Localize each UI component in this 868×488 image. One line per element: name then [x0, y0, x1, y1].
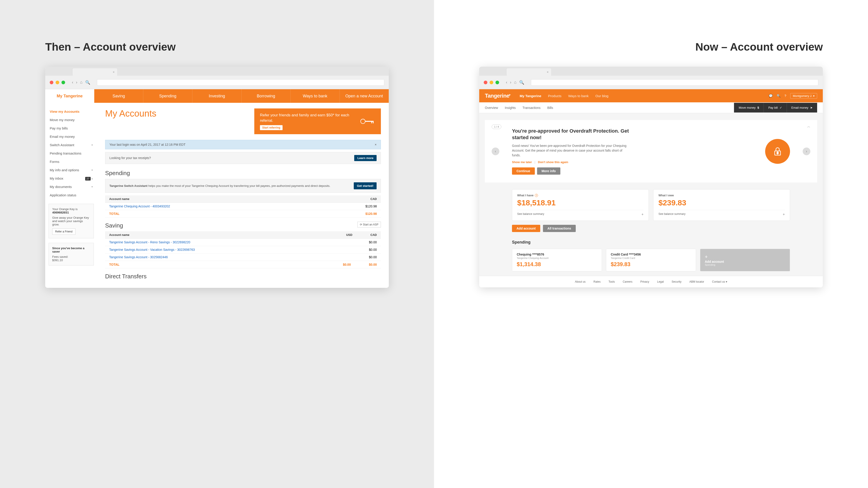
traffic-min-icon[interactable] — [56, 80, 59, 84]
home-icon[interactable]: ⌂ — [514, 80, 517, 85]
nav-ways[interactable]: Ways to bank — [291, 89, 340, 103]
add-spending-account-card[interactable]: + Add account Spending — [700, 249, 790, 271]
info-icon[interactable]: ? — [535, 194, 538, 197]
nav-my-tangerine[interactable]: My Tangerine — [45, 89, 94, 103]
footer-link[interactable]: Contact us ▾ — [712, 280, 727, 283]
side-app-status[interactable]: Application status — [45, 191, 97, 199]
traffic-max-icon[interactable] — [61, 80, 65, 84]
get-started-button[interactable]: Get started! — [354, 182, 377, 190]
balance-summary-link[interactable]: See balance summary+ — [517, 210, 644, 217]
subnav-bills[interactable]: Bills — [547, 106, 553, 109]
side-pending[interactable]: Pending transactions — [45, 149, 97, 158]
footer-link[interactable]: Legal — [657, 280, 664, 283]
continue-button[interactable]: Continue — [512, 167, 535, 175]
subnav-insights[interactable]: Insights — [505, 106, 516, 109]
nav-open[interactable]: Open a new Account — [340, 89, 389, 103]
side-switch-assistant[interactable]: Switch Assistant▾ — [45, 141, 97, 149]
footer-link[interactable]: Careers — [623, 280, 632, 283]
help-icon[interactable]: ? — [784, 94, 786, 98]
carousel-next-button[interactable]: › — [803, 148, 810, 155]
search-icon[interactable]: 🔍 — [85, 80, 90, 85]
traffic-close-icon[interactable] — [484, 80, 487, 84]
footer-link[interactable]: Security — [672, 280, 681, 283]
chat-icon[interactable]: 💬 — [769, 94, 773, 98]
subnav-transactions[interactable]: Transactions — [523, 106, 541, 109]
side-documents[interactable]: My documents▾ — [45, 183, 97, 191]
user-menu[interactable]: Montgomery J. ▾ — [790, 93, 817, 99]
primary-header: Tangerine▸ My Tangerine Products Ways to… — [479, 89, 823, 102]
orange-key-value: 40696826S1 — [52, 211, 90, 214]
table-row[interactable]: Tangerine Savings Account - 3025682446$0… — [105, 254, 381, 261]
chequing-card[interactable]: Chequing ****8576 Tangerine Chequing Acc… — [512, 249, 602, 271]
side-pay-bills[interactable]: Pay my bills — [45, 124, 97, 132]
fees-saved-amount: $391.10 — [52, 258, 90, 262]
table-row[interactable]: Tangerine Savings Account - Reno Savings… — [105, 238, 381, 246]
subnav-overview[interactable]: Overview — [485, 106, 498, 109]
side-email-money[interactable]: Email my money — [45, 132, 97, 141]
nav-spending[interactable]: Spending — [143, 89, 192, 103]
last-login-alert: Your last login was on April 21, 2017 at… — [105, 140, 381, 149]
nav-investing[interactable]: Investing — [192, 89, 241, 103]
move-money-button[interactable]: Move money $ — [734, 103, 764, 112]
close-icon[interactable]: × — [375, 143, 377, 147]
browser-tab[interactable]: × — [506, 68, 552, 76]
side-forms[interactable]: Forms — [45, 158, 97, 166]
tax-receipts-row: Looking for your tax receipts? Learn mor… — [105, 152, 381, 164]
more-info-button[interactable]: More info — [537, 167, 560, 175]
footer-link[interactable]: Tools — [609, 280, 615, 283]
traffic-max-icon[interactable] — [495, 80, 499, 84]
back-icon[interactable]: ‹ — [506, 80, 507, 85]
search-icon[interactable]: 🔍 — [777, 94, 780, 98]
start-referring-button[interactable]: Start referring — [260, 125, 283, 130]
footer-link[interactable]: About us — [575, 280, 585, 283]
carousel-prev-button[interactable]: ‹ — [492, 148, 499, 155]
referral-promo: Refer your friends and family and earn $… — [254, 108, 381, 134]
svg-text:$: $ — [777, 151, 778, 155]
learn-more-button[interactable]: Learn more — [354, 155, 377, 161]
owe-amount: $239.83 — [658, 198, 785, 207]
address-bar[interactable] — [97, 79, 384, 86]
address-bar[interactable] — [531, 79, 818, 86]
traffic-min-icon[interactable] — [490, 80, 493, 84]
email-money-button[interactable]: Email money ➤ — [786, 103, 817, 112]
home-icon[interactable]: ⌂ — [80, 80, 83, 85]
all-transactions-button[interactable]: All transactions — [543, 225, 576, 232]
credit-card-card[interactable]: Credit Card ****3456 Tangerine Credit Ca… — [606, 249, 696, 271]
show-later-link[interactable]: Show me later — [512, 160, 532, 164]
back-icon[interactable]: ‹ — [72, 80, 73, 85]
saving-total: TOTAL $0.00$0.00 — [105, 261, 381, 268]
footer-link[interactable]: ABM locator — [689, 280, 704, 283]
start-asp-button[interactable]: ⟳ Start an ASP — [358, 222, 381, 228]
footer-link[interactable]: Privacy — [640, 280, 649, 283]
add-account-button[interactable]: Add account — [512, 225, 540, 232]
nav-borrowing[interactable]: Borrowing — [242, 89, 291, 103]
forward-icon[interactable]: › — [76, 80, 77, 85]
table-row[interactable]: Tangerine Savings Account - Vacation Sav… — [105, 246, 381, 254]
side-move-money[interactable]: Move my money — [45, 116, 97, 124]
side-view-accounts[interactable]: View my Accounts — [45, 107, 97, 116]
chevron-down-icon: ▾ — [92, 169, 93, 171]
logo[interactable]: Tangerine▸ — [485, 93, 510, 99]
table-row[interactable]: Tangerine Chequing Account - 4003493202 … — [105, 203, 381, 210]
forward-icon[interactable]: › — [510, 80, 511, 85]
side-inbox[interactable]: My inbox27 ▾ — [45, 174, 97, 183]
nav-icons: ‹ › ⌂ 🔍 — [506, 80, 524, 85]
nav-ways[interactable]: Ways to bank — [568, 94, 589, 98]
footer-link[interactable]: Rates — [594, 280, 600, 283]
carousel-pager: 1 / 4 — [492, 125, 501, 129]
chevron-up-icon[interactable]: ︿ — [807, 125, 810, 129]
nav-products[interactable]: Products — [548, 94, 561, 98]
nav-my-tangerine[interactable]: My Tangerine — [520, 94, 541, 98]
dont-show-link[interactable]: Don't show this again — [538, 160, 568, 164]
svg-rect-1 — [365, 121, 374, 122]
nav-blog[interactable]: Our blog — [595, 94, 609, 98]
traffic-close-icon[interactable] — [50, 80, 53, 84]
search-icon[interactable]: 🔍 — [519, 80, 524, 85]
side-my-info[interactable]: My info and options▾ — [45, 166, 97, 174]
saving-table-head: Account name USDCAD — [105, 231, 381, 238]
nav-saving[interactable]: Saving — [94, 89, 143, 103]
browser-tab[interactable]: × — [72, 68, 118, 76]
balance-summary-link[interactable]: See balance summary+ — [658, 210, 785, 217]
refer-friend-button[interactable]: Refer a Friend — [52, 228, 75, 235]
pay-bill-button[interactable]: Pay bill ✓ — [764, 103, 786, 112]
